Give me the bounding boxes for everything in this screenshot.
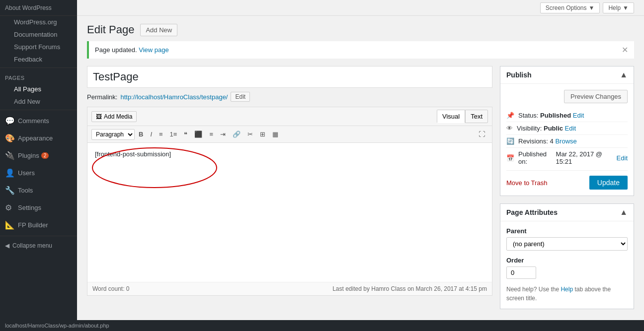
add-media-button[interactable]: 🖼 Add Media [91,111,137,122]
screen-options-chevron-icon: ▼ [589,4,595,11]
view-page-link[interactable]: View page [139,46,168,54]
sidebar-item-label-tools: Tools [18,187,33,194]
tools-icon: 🔧 [5,186,15,195]
sidebar-item-comments[interactable]: 💬 Comments [0,112,77,130]
ordered-list-button[interactable]: 1≡ [167,129,180,140]
sidebar-divider [0,67,77,68]
text-tab[interactable]: Text [465,110,488,123]
published-edit-link[interactable]: Edit [617,154,628,162]
bold-button[interactable]: B [136,129,146,140]
page-attributes-header: Page Attributes ▲ [500,204,634,221]
plugins-badge: 2 [41,152,49,159]
paragraph-format-select[interactable]: Paragraph [91,129,135,140]
status-icon: 📌 [506,112,514,119]
add-new-button[interactable]: Add New [140,24,177,36]
editor-wrap: Permalink: http://localhost/HamroClass/t… [77,66,644,327]
about-wordpress-link[interactable]: About WordPress [5,4,52,11]
sidebar-item-all-pages[interactable]: All Pages [0,83,77,95]
sidebar-item-documentation[interactable]: Documentation [0,28,77,41]
publish-meta-list: 📌 Status: Published Edit 👁 Visibility: P… [506,109,628,168]
sidebar-item-fpbuilder[interactable]: 📐 FP Builder [0,216,77,234]
sidebar: About WordPress WordPress.org Documentat… [0,0,77,331]
revisions-row: 🔄 Revisions: 4 Browse [506,135,628,148]
collapse-menu-btn[interactable]: ◀ Collapse menu [0,238,77,253]
editor-toolbar-left: 🖼 Add Media [91,111,137,122]
screen-options-button[interactable]: Screen Options ▼ [540,2,600,13]
sidebar-item-wordpress-org[interactable]: WordPress.org [0,16,77,28]
align-center-button[interactable]: ≡ [206,129,216,140]
status-row: 📌 Status: Published Edit [506,109,628,122]
table-button[interactable]: ▦ [269,129,281,140]
editor-sidebar: Publish ▲ Preview Changes 📌 Status: Publ… [500,66,634,317]
page-title-input[interactable] [87,66,492,88]
align-left-button[interactable]: ⬛ [191,129,205,140]
help-chevron-icon: ▼ [623,4,629,11]
help-link[interactable]: Help [561,286,573,293]
publish-panel: Publish ▲ Preview Changes 📌 Status: Publ… [500,66,634,196]
sidebar-item-appearance[interactable]: 🎨 Appearance [0,130,77,147]
page-title: Edit Page [87,23,134,36]
permalink-url[interactable]: http://localhost/HamroClass/testpage/ [120,93,228,101]
publish-panel-toggle[interactable]: ▲ [620,70,628,79]
publish-actions: Move to Trash Update [506,170,628,190]
editor-main: Permalink: http://localhost/HamroClass/t… [87,66,492,317]
sidebar-item-settings[interactable]: ⚙ Settings [0,199,77,216]
notice-text: Page updated. [95,46,137,54]
page-attributes-panel: Page Attributes ▲ Parent (no parent) Ord… [500,203,634,309]
sidebar-item-feedback[interactable]: Feedback [0,53,77,66]
unordered-list-button[interactable]: ≡ [156,129,166,140]
fullscreen-button[interactable]: ⛶ [476,129,488,140]
sidebar-item-users[interactable]: 👤 Users [0,164,77,182]
help-button[interactable]: Help ▼ [603,2,634,13]
word-count-area: Word count: 0 [92,285,130,292]
visibility-label: Visibility: [517,125,542,132]
blockquote-button[interactable]: ❝ [181,129,190,140]
insert-button[interactable]: ⊞ [257,129,268,140]
sidebar-item-label-fpbuilder: FP Builder [18,221,48,229]
preview-changes-button[interactable]: Preview Changes [564,90,628,103]
sidebar-item-add-new-page[interactable]: Add New [0,95,77,108]
help-text: Need help? Use the Help tab above the sc… [506,285,628,303]
status-edit-link[interactable]: Edit [573,112,584,119]
collapse-icon: ◀ [5,242,9,249]
editor-body[interactable]: [frontend-post-submission] [87,143,492,282]
align-right-button[interactable]: ⇥ [217,129,229,140]
unlink-button[interactable]: ✂ [244,129,256,140]
visibility-edit-link[interactable]: Edit [565,125,576,132]
parent-select[interactable]: (no parent) [506,237,628,251]
italic-button[interactable]: I [147,129,155,140]
status-label: Status: [518,112,538,119]
visibility-row: 👁 Visibility: Public Edit [506,122,628,135]
editor-tabs: Visual Text [437,110,488,123]
permalink-label: Permalink: [87,93,117,101]
parent-label: Parent [506,227,628,235]
visual-tab[interactable]: Visual [437,110,465,123]
sidebar-item-label-appearance: Appearance [18,134,53,142]
editor-content: [frontend-post-submission] [95,150,484,158]
app-layout: About WordPress WordPress.org Documentat… [0,0,644,331]
plugins-icon: 🔌 [5,151,15,160]
update-button[interactable]: Update [589,176,628,190]
sidebar-item-plugins[interactable]: 🔌 Plugins 2 [0,147,77,164]
order-label: Order [506,257,628,264]
sidebar-item-support-forums[interactable]: Support Forums [0,41,77,53]
edit-permalink-button[interactable]: Edit [231,92,250,102]
sidebar-item-label-settings: Settings [18,204,41,211]
preview-btn-row: Preview Changes [506,90,628,103]
editor-top-toolbar: 🖼 Add Media Visual Text [87,107,492,126]
revisions-browse-link[interactable]: Browse [555,137,576,145]
sidebar-item-label-plugins: Plugins [18,152,39,159]
published-icon: 📅 [506,154,514,162]
publish-panel-body: Preview Changes 📌 Status: Published Edit… [500,84,634,196]
visibility-value: Public [544,125,563,132]
revisions-icon: 🔄 [506,137,514,145]
order-input[interactable] [506,266,536,279]
status-value: Published [540,112,571,119]
link-button[interactable]: 🔗 [230,129,243,140]
notice-close-icon[interactable]: ✕ [622,45,628,55]
page-attributes-toggle[interactable]: ▲ [620,208,628,217]
move-to-trash-link[interactable]: Move to Trash [506,179,547,187]
sidebar-item-tools[interactable]: 🔧 Tools [0,182,77,199]
editor-container: 🖼 Add Media Visual Text Paragraph [87,107,492,296]
visibility-icon: 👁 [506,125,513,132]
